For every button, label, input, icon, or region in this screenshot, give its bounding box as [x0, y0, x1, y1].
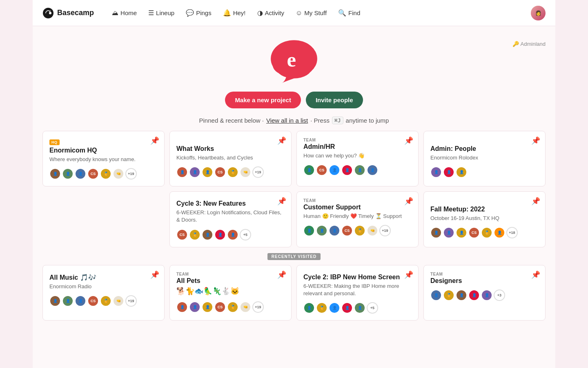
user-avatar[interactable]: 👩	[531, 6, 546, 20]
avatar: 🏅	[227, 301, 238, 313]
avatar: 👤	[341, 302, 353, 314]
project-avatars: 👤 👤 👤 CS 🏅 🤜 +19	[49, 168, 158, 180]
nav-lineup[interactable]: ☰ Lineup	[143, 7, 179, 19]
avatar: 🏅	[354, 225, 365, 236]
avatar: 🏅	[481, 227, 492, 238]
find-icon: 🔍	[338, 9, 346, 17]
project-avatars: 👤 🏅 👤 👤 👤 +3	[430, 289, 539, 301]
pin-icon: 📌	[531, 270, 540, 279]
pings-icon: 💬	[186, 9, 194, 17]
avatar: 👤	[443, 166, 454, 178]
project-card-what-works[interactable]: 📌 What Works Kickoffs, Heartbeats, and C…	[169, 131, 292, 186]
project-desc: 🐕🐈🐟🦜🦎🐇🐱	[176, 286, 285, 296]
avatar: CS	[468, 227, 480, 238]
avatar: 🏅	[227, 166, 238, 178]
avatar: CS	[87, 295, 99, 307]
nav-links: ⛰ Home ☰ Lineup 💬 Pings 🔔 Hey! ◑ Activit…	[107, 7, 531, 19]
avatar: 👤	[303, 164, 315, 176]
avatar: 👤	[202, 301, 213, 313]
avatar: 👤	[75, 295, 86, 307]
svg-point-1	[49, 12, 51, 14]
hero-buttons: Make a new project Invite people	[225, 92, 363, 108]
recent-projects-grid: 📌 All Music 🎵🎶 Enormicom Radio 👤 👤 👤 CS …	[42, 265, 546, 321]
project-desc: Enormicom Radio	[49, 283, 158, 290]
avatar: CS	[176, 229, 188, 240]
project-card-admin-hr[interactable]: 📌 TEAM Admin/HR How can we help you? 👋 👤…	[296, 131, 419, 186]
project-card-designers[interactable]: 📌 TEAM Designers 👤 🏅 👤 👤 👤 +3	[423, 265, 546, 321]
avatar: 🏅	[316, 302, 327, 314]
avatar: 🏅	[443, 289, 454, 301]
project-title: Cycle 2: IBP New Home Screen	[303, 274, 412, 281]
avatar: 👤	[189, 301, 200, 313]
adminland-link[interactable]: 🔑 Adminland	[512, 41, 546, 47]
invite-people-button[interactable]: Invite people	[306, 92, 363, 108]
make-new-project-button[interactable]: Make a new project	[225, 92, 301, 108]
avatar-count: +5	[367, 302, 378, 314]
avatar: 🤜	[113, 168, 124, 180]
avatar: 👤	[49, 168, 61, 180]
adminland-icon: 🔑	[512, 41, 519, 47]
project-card-cycle3[interactable]: 📌 Cycle 3: New Features 6-WEEKER: Login …	[169, 191, 292, 247]
project-title: Admin/HR	[303, 143, 412, 150]
avatar-count: +5	[240, 229, 251, 240]
avatar: CS	[214, 301, 226, 313]
avatar: 👤	[354, 164, 365, 176]
avatar: 🤜	[240, 301, 251, 313]
nav-hey[interactable]: 🔔 Hey!	[218, 7, 251, 19]
brand-logo[interactable]: Basecamp	[42, 7, 94, 19]
nav-pings[interactable]: 💬 Pings	[181, 7, 216, 19]
avatar: 👤	[62, 168, 74, 180]
avatar: 👤	[481, 289, 492, 301]
project-title: All Music 🎵🎶	[49, 274, 158, 281]
svg-text:e: e	[287, 48, 296, 71]
project-title: Designers	[430, 277, 539, 285]
project-hq-badge: HQ	[49, 139, 60, 145]
recently-visited-section: RECENTLY VISITED	[42, 252, 546, 260]
avatar-count: +3	[494, 289, 505, 301]
project-avatars: 👤 👤 👤 CS 🏅 🤜 +19	[49, 295, 158, 307]
hero-section: e Make a new project Invite people Pinne…	[33, 26, 555, 131]
project-card-enormicom-hq[interactable]: 📌 HQ Enormicom HQ Where everybody knows …	[42, 131, 165, 186]
avatar: 🤜	[240, 166, 251, 178]
avatar: 👤	[189, 166, 200, 178]
project-avatars: 👤 🏅 👤 👤 👤 +5	[303, 302, 412, 314]
avatar: 👤	[176, 166, 188, 178]
project-card-fall-meetup[interactable]: 📌 Fall Meetup: 2022 October 16-19 Austin…	[423, 191, 546, 247]
avatar: 🏅	[100, 295, 111, 307]
pin-icon: 📌	[404, 136, 413, 145]
view-all-link[interactable]: View all in a list	[266, 117, 308, 124]
project-title: Fall Meetup: 2022	[430, 206, 539, 213]
avatar: CS	[341, 225, 353, 236]
avatar: 👤	[176, 301, 188, 313]
project-card-admin-people[interactable]: 📌 Admin: People Enormicom Rolodex 👤 👤 👤	[423, 131, 546, 186]
project-desc: Human 🙂 Friendly ❤️ Timely ⏳ Support	[303, 213, 412, 220]
hero-subtitle: Pinned & recent below · View all in a li…	[199, 117, 389, 124]
nav-activity[interactable]: ◑ Activity	[252, 7, 290, 19]
avatar: 🤜	[113, 295, 124, 307]
nav-mystuff[interactable]: ☺ My Stuff	[291, 7, 332, 19]
pin-icon: 📌	[531, 136, 540, 145]
project-team-badge: TEAM	[430, 272, 539, 276]
project-team-badge: TEAM	[176, 272, 285, 276]
avatar: 🤜	[367, 225, 378, 236]
avatar: 👤	[75, 168, 86, 180]
project-avatars: 👤 CS 👤 👤 👤 👤	[303, 164, 412, 176]
lineup-icon: ☰	[148, 9, 154, 17]
nav-find[interactable]: 🔍 Find	[333, 7, 365, 19]
project-card-all-pets[interactable]: 📌 TEAM All Pets 🐕🐈🐟🦜🦎🐇🐱 👤 👤 👤 CS 🏅 🤜 +19	[169, 265, 292, 321]
nav-home[interactable]: ⛰ Home	[107, 7, 142, 19]
avatar-count: +19	[379, 225, 391, 236]
avatar-count: +19	[252, 301, 264, 313]
project-card-cycle2-ibp[interactable]: 📌 Cycle 2: IBP New Home Screen 6-WEEKER:…	[296, 265, 419, 321]
avatar: 👤	[202, 166, 213, 178]
project-card-customer-support[interactable]: 📌 TEAM Customer Support Human 🙂 Friendly…	[296, 191, 419, 247]
avatar: 👤	[214, 229, 226, 240]
avatar: 👤	[303, 302, 315, 314]
project-desc: 6-WEEKER: Making the IBP Home more relev…	[303, 283, 412, 297]
nav-bar: Basecamp ⛰ Home ☰ Lineup 💬 Pings 🔔 Hey! …	[33, 0, 555, 26]
pinned-projects-row2: 📌 Cycle 3: New Features 6-WEEKER: Login …	[42, 191, 546, 247]
pinned-projects-row1: 📌 HQ Enormicom HQ Where everybody knows …	[42, 131, 546, 186]
project-card-all-music[interactable]: 📌 All Music 🎵🎶 Enormicom Radio 👤 👤 👤 CS …	[42, 265, 165, 321]
avatar: 👤	[316, 225, 327, 236]
company-logo: e	[265, 36, 323, 85]
